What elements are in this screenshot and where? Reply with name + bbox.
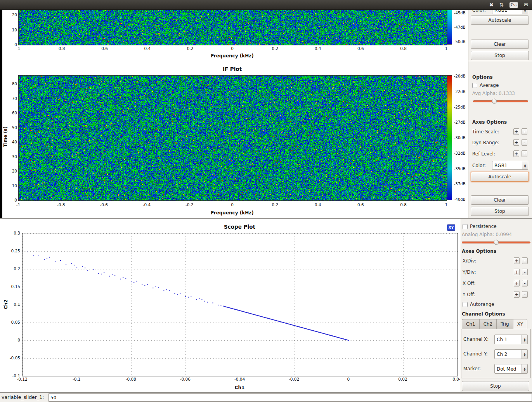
x-tick-label: 0.2 (272, 46, 278, 51)
y-tick-label: 0 (14, 198, 17, 202)
marker-row: Marker: Dot Med ▲▼ (460, 364, 532, 374)
variable-slider-input[interactable] (49, 393, 532, 402)
channel-x-row: Channel X: Ch 1 ▲▼ (460, 335, 532, 344)
y-tick-label: 10 (12, 183, 17, 188)
y-off-minus-button[interactable]: - (522, 291, 528, 298)
clear-button[interactable]: Clear (471, 40, 529, 49)
stop-button[interactable]: Stop (471, 207, 529, 216)
if-plot-title: IF Plot (18, 66, 446, 72)
channel-x-combobox[interactable]: Ch 1 ▲▼ (494, 335, 528, 344)
if-plot-x-axis: -1-0.8-0.6-0.4-0.200.20.40.60.81 (18, 202, 446, 207)
color-combobox[interactable]: RGB1 ▲▼ (492, 10, 528, 14)
autorange-checkbox[interactable] (463, 302, 468, 307)
if-plot-canvas[interactable] (18, 75, 447, 201)
x-tick-label: -1 (16, 202, 20, 207)
x-tick-label: 0 (347, 377, 350, 381)
colorbar-tick-label: -25dB (454, 105, 466, 109)
clear-button[interactable]: Clear (471, 195, 529, 205)
sync-indicator-icon[interactable]: ⇅ (499, 0, 504, 10)
persistence-checkbox[interactable] (463, 224, 468, 229)
scope-plot-xlabel: Ch1 (22, 385, 457, 390)
if-plot-colorbar-ticks: -20dB-22dB-25dB-27dB-30dB-32dB-35dB-37dB… (454, 75, 468, 200)
window-titlebar[interactable]: ✖ ⇅ Cs₁ ✉ (0, 0, 532, 10)
autoscale-button[interactable]: Autoscale (471, 16, 529, 25)
colorbar-tick-label: -35dB (454, 166, 466, 171)
y-off-plus-button[interactable]: + (514, 291, 520, 298)
y-off-label: Y Off: (463, 291, 475, 298)
colorbar-tick-label: -20dB (454, 74, 466, 78)
avg-alpha-slider-handle[interactable] (492, 99, 497, 104)
x-div-plus-button[interactable]: + (514, 257, 520, 264)
x-tick-label: -0.2 (185, 46, 194, 51)
x-div-minus-button[interactable]: - (522, 257, 528, 264)
x-off-plus-button[interactable]: + (514, 280, 520, 286)
x-tick-label: 0.02 (398, 377, 407, 381)
tab-xy[interactable]: XY (513, 319, 528, 329)
colorbar-tick-label: -40dB (454, 197, 466, 202)
stop-button[interactable]: Stop (471, 51, 529, 60)
left-border-strip (0, 10, 2, 61)
average-checkbox-row: Average (472, 82, 499, 88)
keyboard-layout-indicator[interactable]: Cs₁ (509, 2, 518, 8)
x-tick-label: 0.8 (400, 202, 407, 207)
combo-spinner-icon[interactable]: ▲▼ (522, 335, 527, 344)
y-div-plus-button[interactable]: + (514, 269, 520, 275)
x-div-row: X/Div: + - (460, 257, 532, 265)
y-tick-label: 20 (12, 169, 17, 173)
waterfall-top-canvas[interactable] (18, 10, 447, 45)
x-tick-label: -0.4 (143, 46, 151, 51)
x-tick-label: -0.2 (185, 202, 194, 207)
ref-level-minus-button[interactable]: - (522, 150, 527, 157)
ref-level-plus-button[interactable]: + (513, 150, 519, 157)
y-tick-label: 40 (12, 140, 17, 144)
waterfall-top-region: 20100 -1-0.8-0.6-0.4-0.200.20.40.60.81 F… (0, 10, 532, 61)
color-combobox[interactable]: RGB1 ▲▼ (492, 161, 528, 170)
waterfall-top-x-axis: -1-0.8-0.6-0.4-0.200.20.40.60.81 (18, 46, 446, 51)
marker-combobox[interactable]: Dot Med ▲▼ (494, 364, 528, 374)
time-scale-minus-button[interactable]: - (522, 128, 527, 135)
tab-trig[interactable]: Trig (496, 319, 513, 329)
ref-level-row: Ref Level: + - (468, 150, 532, 158)
autorange-checkbox-row: Autorange (463, 301, 494, 307)
network-indicator-icon[interactable]: ✖ (489, 0, 494, 10)
y-off-row: Y Off: + - (460, 291, 532, 298)
channel-y-row: Channel Y: Ch 2 ▲▼ (460, 349, 532, 359)
persistence-checkbox-row: Persistence (463, 223, 497, 229)
dyn-range-minus-button[interactable]: - (522, 139, 527, 146)
color-row: Color: RGB1 ▲▼ (468, 161, 532, 170)
x-tick-label: 0 (231, 46, 234, 51)
avg-alpha-slider[interactable] (473, 98, 528, 104)
y-tick-label: 80 (12, 81, 17, 86)
x-tick-label: -0.12 (17, 377, 27, 381)
combo-spinner-icon[interactable]: ▲▼ (522, 350, 527, 359)
if-plot-xlabel: Frequency (kHz) (18, 210, 446, 216)
stop-button[interactable]: Stop (462, 381, 529, 391)
combo-spinner-icon[interactable]: ▲▼ (522, 10, 528, 14)
axes-options-title: Axes Options (472, 119, 507, 125)
x-off-label: X Off: (463, 280, 476, 287)
analog-alpha-slider-handle[interactable] (494, 240, 499, 245)
colorbar-tick-label: -30dB (454, 136, 466, 140)
autoscale-button[interactable]: Autoscale (471, 172, 529, 182)
analog-alpha-slider[interactable] (462, 240, 530, 245)
average-checkbox[interactable] (472, 83, 477, 88)
time-scale-plus-button[interactable]: + (513, 128, 519, 135)
combo-spinner-icon[interactable]: ▲▼ (522, 161, 528, 169)
tab-ch1[interactable]: Ch1 (462, 319, 479, 329)
dyn-range-plus-button[interactable]: + (513, 139, 519, 146)
tab-ch2[interactable]: Ch2 (479, 319, 497, 329)
x-tick-label: 1 (445, 202, 448, 207)
scope-plot-canvas[interactable] (22, 233, 458, 376)
x-off-row: X Off: + - (460, 280, 532, 287)
combo-spinner-icon[interactable]: ▲▼ (522, 364, 527, 373)
y-tick-label: 0.3 (14, 231, 20, 235)
y-div-minus-button[interactable]: - (522, 269, 528, 275)
analog-alpha-label: Analog Alpha: 0.0994 (462, 232, 512, 237)
variable-slider-bar: variable_slider_1: (0, 392, 532, 402)
autorange-label: Autorange (470, 302, 494, 307)
x-tick-label: -1 (16, 46, 20, 51)
x-tick-label: 0.8 (400, 46, 407, 51)
x-off-minus-button[interactable]: - (522, 280, 528, 286)
channel-y-combobox[interactable]: Ch 2 ▲▼ (494, 349, 528, 359)
message-indicator-icon[interactable]: ✉ (524, 0, 528, 10)
